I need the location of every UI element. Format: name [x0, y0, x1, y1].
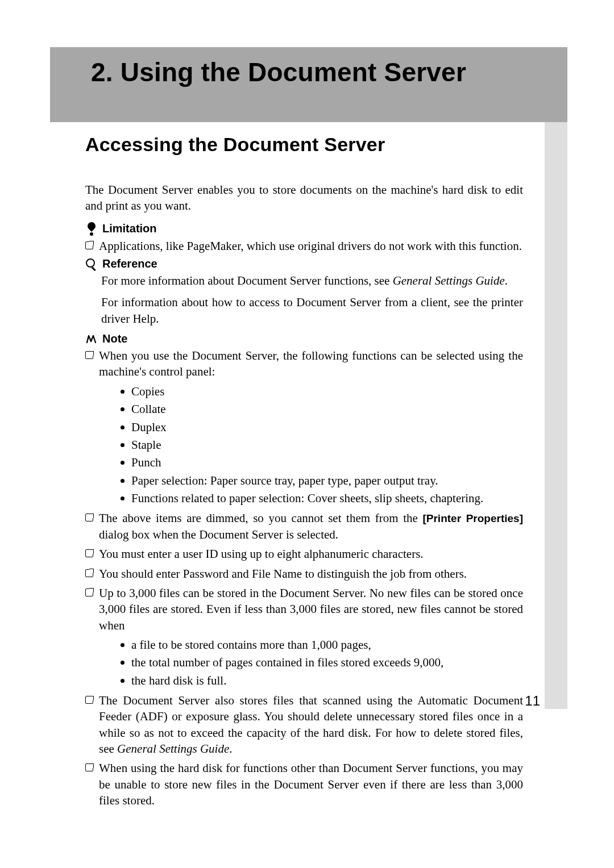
note-item: Up to 3,000 files can be stored in the D…: [85, 585, 523, 633]
note-text: You should enter Password and File Name …: [99, 566, 523, 582]
bullet-icon: [121, 479, 125, 483]
note-text-rich: The Document Server also stores files th…: [99, 692, 523, 757]
note-heading: Note: [85, 332, 523, 345]
rich-em: General Settings Guide: [117, 742, 229, 756]
reference-line-1: For more information about Document Serv…: [101, 273, 523, 289]
bullet-text: the total number of pages contained in f…: [131, 654, 443, 671]
rich-post: dialog box when the Document Server is s…: [99, 528, 338, 541]
bullet-icon: [121, 496, 125, 500]
note-label: Note: [102, 332, 127, 345]
note-bullet-list: a file to be stored contains more than 1…: [121, 637, 523, 689]
box-bullet-icon: [85, 351, 93, 359]
limitation-item: Applications, like PageMaker, which use …: [85, 238, 523, 254]
content-area: Accessing the Document Server The Docume…: [85, 133, 523, 812]
list-item: Collate: [121, 401, 523, 418]
note-text: You must enter a user ID using up to eig…: [99, 546, 523, 562]
limitation-label: Limitation: [102, 222, 157, 235]
side-band: [545, 122, 567, 709]
bullet-text: Duplex: [131, 419, 167, 436]
note-item: You should enter Password and File Name …: [85, 566, 523, 582]
reference-post-1: .: [505, 274, 508, 287]
list-item: Duplex: [121, 419, 523, 436]
limitation-icon: [85, 222, 98, 236]
note-item: You must enter a user ID using up to eig…: [85, 546, 523, 562]
page: 2. Using the Document Server Accessing t…: [0, 0, 614, 868]
bullet-icon: [121, 443, 125, 447]
box-bullet-icon: [85, 514, 93, 521]
note-text: When using the hard disk for functions o…: [99, 760, 523, 808]
box-bullet-icon: [85, 569, 93, 577]
note-text: When you use the Document Server, the fo…: [99, 348, 523, 380]
note-icon: [85, 333, 98, 345]
chapter-title-text: Using the Document Server: [121, 57, 466, 87]
rich-bold: [Printer Properties]: [422, 512, 523, 524]
bullet-icon: [121, 461, 125, 465]
reference-icon: [85, 258, 98, 270]
note-text-rich: The above items are dimmed, so you canno…: [99, 510, 523, 542]
note-bullet-list: Copies Collate Duplex Staple Punch Paper…: [121, 383, 523, 507]
limitation-heading: Limitation: [85, 222, 523, 236]
bullet-icon: [121, 425, 125, 429]
bullet-text: Collate: [131, 401, 166, 418]
intro-paragraph: The Document Server enables you to store…: [85, 182, 523, 214]
rich-pre: The above items are dimmed, so you canno…: [99, 511, 422, 525]
bullet-text: Copies: [131, 383, 164, 400]
bullet-text: a file to be stored contains more than 1…: [131, 637, 371, 653]
bullet-text: Staple: [131, 437, 161, 453]
list-item: Paper selection: Paper source tray, pape…: [121, 473, 523, 489]
reference-heading: Reference: [85, 257, 523, 270]
box-bullet-icon: [85, 241, 93, 249]
chapter-number: 2.: [91, 57, 113, 87]
list-item: the total number of pages contained in f…: [121, 654, 523, 671]
box-bullet-icon: [85, 549, 93, 557]
page-number: 11: [525, 693, 540, 709]
note-item: When using the hard disk for functions o…: [85, 760, 523, 808]
section-title: Accessing the Document Server: [85, 133, 523, 156]
note-item: The Document Server also stores files th…: [85, 692, 523, 757]
list-item: the hard disk is full.: [121, 673, 523, 689]
note-text: Up to 3,000 files can be stored in the D…: [99, 585, 523, 633]
bullet-text: the hard disk is full.: [131, 673, 226, 689]
bullet-icon: [121, 661, 125, 665]
list-item: Copies: [121, 383, 523, 400]
reference-line-2: For information about how to access to D…: [101, 294, 523, 327]
bullet-icon: [121, 679, 125, 683]
bullet-icon: [121, 407, 125, 411]
bullet-icon: [121, 643, 125, 647]
limitation-text: Applications, like PageMaker, which use …: [99, 238, 523, 254]
chapter-title: 2. Using the Document Server: [91, 57, 557, 87]
note-item: The above items are dimmed, so you canno…: [85, 510, 523, 542]
bullet-text: Punch: [131, 454, 161, 471]
list-item: Punch: [121, 454, 523, 471]
box-bullet-icon: [85, 589, 93, 596]
bullet-icon: [121, 390, 125, 394]
reference-pre-1: For more information about Document Serv…: [101, 274, 393, 287]
reference-label: Reference: [102, 257, 157, 270]
bullet-text: Functions related to paper selection: Co…: [131, 490, 483, 507]
note-item: When you use the Document Server, the fo…: [85, 348, 523, 380]
rich-post: .: [229, 742, 232, 756]
box-bullet-icon: [85, 696, 93, 704]
list-item: Functions related to paper selection: Co…: [121, 490, 523, 507]
reference-pre-2: For information about how to access to D…: [101, 295, 523, 325]
reference-em-1: General Settings Guide: [393, 274, 505, 287]
list-item: a file to be stored contains more than 1…: [121, 637, 523, 653]
box-bullet-icon: [85, 763, 93, 771]
list-item: Staple: [121, 437, 523, 453]
bullet-text: Paper selection: Paper source tray, pape…: [131, 473, 438, 489]
